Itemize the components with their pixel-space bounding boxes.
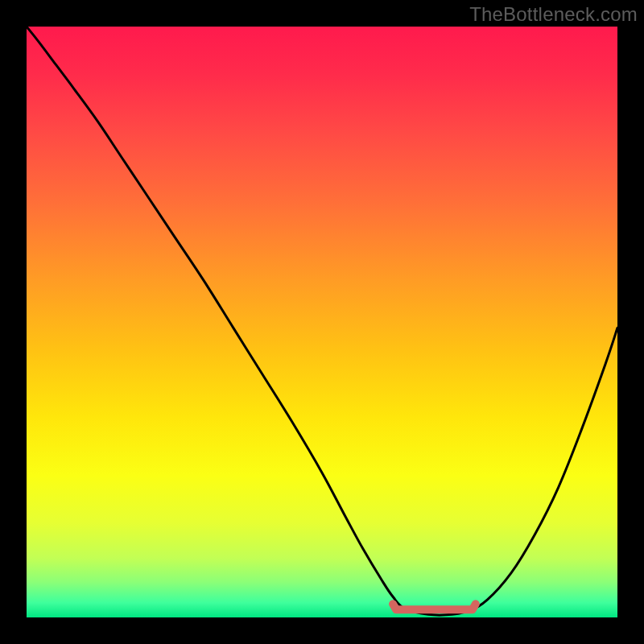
bottleneck-chart: [27, 27, 617, 617]
gradient-background: [27, 27, 617, 617]
watermark-text: TheBottleneck.com: [469, 3, 638, 26]
chart-frame: [27, 27, 617, 617]
